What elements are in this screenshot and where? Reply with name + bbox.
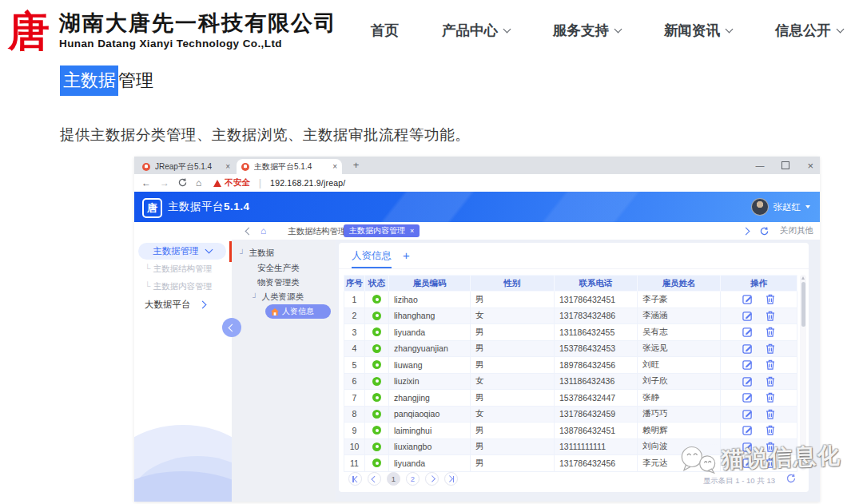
status-active-icon xyxy=(372,410,381,419)
edit-icon[interactable] xyxy=(742,442,753,452)
reload-icon[interactable] xyxy=(178,178,187,189)
home-icon[interactable]: ⌂ xyxy=(196,178,201,188)
sidebar-item-label: 主数据管理 xyxy=(153,245,199,257)
user-menu[interactable]: 张赵红 xyxy=(751,192,811,222)
edit-icon[interactable] xyxy=(742,311,753,321)
sidebar-item-master-data-management[interactable]: 主数据管理 xyxy=(138,243,226,260)
tabs-scroll-right-icon[interactable] xyxy=(742,227,750,235)
tab-refresh-icon[interactable] xyxy=(760,227,769,236)
delete-icon[interactable] xyxy=(766,425,775,435)
prev-page-button[interactable] xyxy=(368,472,381,486)
security-warning[interactable]: 不安全|192.168.21.9/jreap/ xyxy=(213,177,345,189)
tree-expander-icon[interactable]: ┘ xyxy=(240,250,245,257)
forward-icon[interactable]: → xyxy=(160,178,169,188)
minimize-icon[interactable]: — xyxy=(755,161,764,169)
delete-icon[interactable] xyxy=(766,327,775,337)
delete-icon[interactable] xyxy=(766,392,775,403)
close-others-button[interactable]: 关闭其他 xyxy=(780,225,813,236)
edit-icon[interactable] xyxy=(742,458,753,468)
tree-node-materials[interactable]: 物资管理类 xyxy=(257,277,300,288)
first-page-button[interactable] xyxy=(348,472,362,486)
table-scrollbar[interactable] xyxy=(800,275,806,470)
delete-icon[interactable] xyxy=(766,294,775,304)
edit-icon[interactable] xyxy=(742,343,753,354)
page: 唐 湖南大唐先一科技有限公司 Hunan Datang Xianyi Techn… xyxy=(0,0,863,504)
url-text[interactable]: 192.168.21.9/jreap/ xyxy=(270,178,345,188)
tabs-scroll-left-icon[interactable] xyxy=(245,228,253,236)
delete-icon[interactable] xyxy=(766,376,775,387)
delete-icon[interactable] xyxy=(766,409,775,419)
app-tab-structure-management[interactable]: 主数据结构管理 xyxy=(288,222,347,240)
tree-node-hr-info-selected[interactable]: 人资信息 xyxy=(265,304,331,319)
browser-address-bar: ← → ⌂ 不安全|192.168.21.9/jreap/ ☆ FE ⋮ xyxy=(134,174,820,192)
status-active-icon xyxy=(372,327,381,336)
col-header-gender: 性别 xyxy=(471,276,555,292)
cell-employee-code: lihanghang xyxy=(389,308,471,324)
sidebar-item-big-data-platform[interactable]: 大数据平台 xyxy=(145,299,205,311)
favicon xyxy=(142,163,150,171)
edit-icon[interactable] xyxy=(742,294,753,304)
scrollbar-thumb[interactable] xyxy=(801,282,805,327)
card-tab-row: 人资信息 + xyxy=(339,243,809,269)
tab-close-icon[interactable]: × xyxy=(225,162,230,171)
last-page-button[interactable] xyxy=(444,472,458,486)
new-tab-button[interactable]: + xyxy=(350,160,362,172)
delete-icon[interactable] xyxy=(766,343,775,354)
chevron-down-icon xyxy=(205,246,213,254)
page-button-2[interactable]: 2 xyxy=(406,472,420,486)
edit-icon[interactable] xyxy=(742,425,753,435)
tree-node-root[interactable]: ┘主数据 xyxy=(240,248,274,259)
tab-close-icon[interactable]: × xyxy=(332,162,337,171)
add-tab-button[interactable]: + xyxy=(403,248,410,262)
cell-gender: 男 xyxy=(471,439,555,455)
edit-icon[interactable] xyxy=(742,376,753,387)
nav-item-products[interactable]: 产品中心 xyxy=(442,21,510,40)
site-header: 唐 湖南大唐先一科技有限公司 Hunan Datang Xianyi Techn… xyxy=(0,0,863,61)
delete-icon[interactable] xyxy=(766,442,775,452)
embedded-screenshot: JReap平台5.1.4 × 主数据平台5.1.4 × + — × ← → ⌂ … xyxy=(134,157,820,502)
refresh-icon[interactable] xyxy=(786,474,796,483)
cell-operations xyxy=(721,439,797,455)
browser-tab-master-data[interactable]: 主数据平台5.1.4 × xyxy=(237,159,342,174)
nav-item-home[interactable]: 首页 xyxy=(371,21,399,40)
delete-icon[interactable] xyxy=(766,359,775,370)
sidebar-item-structure-management[interactable]: └主数据结构管理 xyxy=(145,264,212,275)
back-icon[interactable]: ← xyxy=(141,178,151,188)
app-tab-content-management[interactable]: 主数据内容管理× xyxy=(344,224,420,237)
sidebar-item-content-management[interactable]: └主数据内容管理 xyxy=(145,281,212,292)
scroll-up-icon[interactable] xyxy=(801,276,805,280)
cell-status xyxy=(365,340,389,357)
tree-node-hr-category[interactable]: ┘人类资源类 xyxy=(253,292,304,303)
edit-icon[interactable] xyxy=(742,409,753,419)
edit-icon[interactable] xyxy=(742,327,753,337)
next-page-button[interactable] xyxy=(425,472,439,486)
app-title-version: 5.1.4 xyxy=(224,200,250,212)
sidebar-collapse-button[interactable] xyxy=(222,318,241,337)
tree-node-safety[interactable]: 安全生产类 xyxy=(257,263,300,274)
restore-icon[interactable] xyxy=(781,161,789,169)
nav-item-support[interactable]: 服务支持 xyxy=(553,21,621,40)
browser-tab-title: JReap平台5.1.4 xyxy=(155,161,221,173)
nav-item-news[interactable]: 新闻资讯 xyxy=(664,21,732,40)
table-row: 4zhangyuanjian男153786432453张远见 xyxy=(344,340,797,357)
cell-gender: 女 xyxy=(471,308,555,324)
nav-item-info-disclosure[interactable]: 信息公开 xyxy=(775,21,843,40)
app-home-icon[interactable]: ⌂ xyxy=(260,222,266,240)
delete-icon[interactable] xyxy=(766,311,775,321)
tab-hr-info[interactable]: 人资信息 xyxy=(352,249,392,268)
table-row: 5liuwang男189786432456刘旺 xyxy=(344,357,797,374)
close-icon[interactable]: × xyxy=(807,160,813,172)
category-tree-panel: ┘主数据 安全生产类 物资管理类 ┘人类资源类 人资信息 xyxy=(232,240,336,502)
edit-icon[interactable] xyxy=(742,392,753,403)
edit-icon[interactable] xyxy=(742,359,753,370)
table-row: 11liyuanda男131786432456李元达 xyxy=(344,455,797,472)
cell-no: 1 xyxy=(344,292,365,308)
tab-close-icon[interactable]: × xyxy=(410,228,414,235)
delete-icon[interactable] xyxy=(766,458,775,468)
status-active-icon xyxy=(372,377,381,386)
cell-employee-code: liuzixin xyxy=(389,373,471,390)
cell-employee-code: liyuanda xyxy=(389,324,471,341)
tree-expander-icon[interactable]: ┘ xyxy=(253,294,257,301)
page-button-1[interactable]: 1 xyxy=(387,472,400,486)
browser-tab-jreap[interactable]: JReap平台5.1.4 × xyxy=(137,159,235,174)
